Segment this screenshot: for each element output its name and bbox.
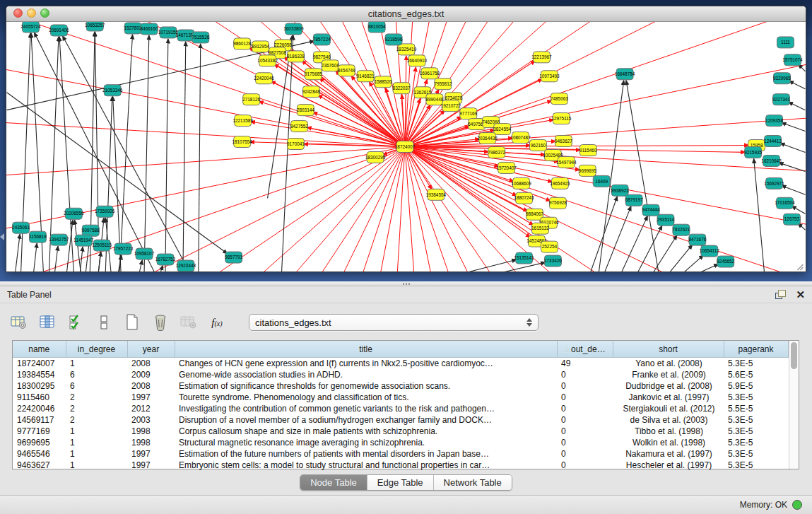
cell-name[interactable]: 9465546 bbox=[13, 448, 66, 460]
graph-node[interactable]: 9756928 bbox=[549, 197, 567, 209]
table-row[interactable]: 911546021997Tourette syndrome. Phenomeno… bbox=[13, 392, 788, 403]
graph-node[interactable]: 1209358 bbox=[765, 115, 783, 127]
cell-pagerank[interactable]: 5.3E-5 bbox=[724, 460, 788, 471]
cell-in_degree[interactable]: 1 bbox=[66, 426, 127, 437]
graph-node[interactable]: 1156819 bbox=[29, 231, 47, 243]
splitter-handle[interactable] bbox=[403, 283, 411, 285]
graph-node[interactable]: 18807243 bbox=[514, 192, 534, 204]
graph-node[interactable]: 15135141 bbox=[514, 252, 534, 264]
graph-edge[interactable] bbox=[699, 264, 719, 272]
cell-short[interactable]: Hescheler et al. (1997) bbox=[613, 460, 724, 471]
table-row[interactable]: 977716911998Corpus callosum shape and si… bbox=[13, 426, 788, 437]
graph-node[interactable]: 9227341 bbox=[772, 94, 790, 105]
graph-node[interactable]: 22420046 bbox=[254, 73, 274, 84]
graph-node[interactable]: 19384554 bbox=[426, 189, 447, 200]
graph-edge[interactable] bbox=[789, 81, 805, 88]
column-header-title[interactable]: title bbox=[175, 341, 557, 358]
cell-pagerank[interactable]: 5.3E-5 bbox=[724, 448, 788, 460]
graph-node[interactable]: 7986372 bbox=[488, 147, 505, 158]
cell-title[interactable]: Estimation of significance thresholds fo… bbox=[175, 380, 557, 392]
cell-short[interactable]: Nakamura et al. (1997) bbox=[613, 448, 724, 460]
graph-node[interactable]: 9860128 bbox=[233, 38, 251, 49]
column-header-name[interactable]: name bbox=[13, 341, 66, 358]
graph-node[interactable]: 8813054 bbox=[368, 22, 386, 33]
graph-node[interactable]: 9699695 bbox=[579, 165, 596, 176]
cell-title[interactable]: Genome-wide association studies in ADHD. bbox=[175, 369, 557, 380]
cell-year[interactable]: 2008 bbox=[127, 358, 175, 370]
graph-edge[interactable] bbox=[782, 185, 806, 194]
graph-node[interactable]: 2718126 bbox=[242, 94, 260, 105]
graph-node[interactable]: 9245652 bbox=[717, 256, 734, 267]
tab-network-table[interactable]: Network Table bbox=[434, 475, 512, 490]
resize-grip[interactable] bbox=[797, 264, 803, 270]
float-panel-icon[interactable] bbox=[775, 290, 786, 299]
table-scrollbar-thumb[interactable] bbox=[791, 342, 797, 369]
graph-edge[interactable] bbox=[16, 234, 20, 272]
graph-edge[interactable] bbox=[621, 216, 647, 272]
cell-short[interactable]: Stergiakouli et al. (2012) bbox=[613, 403, 724, 414]
graph-edge[interactable] bbox=[54, 246, 58, 272]
column-visibility-icon[interactable] bbox=[38, 313, 57, 332]
graph-node[interactable]: 9115460 bbox=[579, 145, 597, 156]
network-window-titlebar[interactable]: citations_edges.txt bbox=[6, 6, 806, 22]
cell-title[interactable]: Investigating the contribution of common… bbox=[175, 403, 557, 414]
graph-edge[interactable] bbox=[780, 143, 806, 152]
graph-node[interactable]: 8466160 bbox=[141, 23, 158, 35]
graph-node[interactable]: 12505115 bbox=[92, 240, 112, 251]
cell-pagerank[interactable]: 5.6E-5 bbox=[724, 369, 788, 380]
graph-node[interactable]: 16640910 bbox=[407, 55, 428, 66]
cell-in_degree[interactable]: 1 bbox=[66, 448, 127, 460]
graph-edge[interactable] bbox=[792, 206, 805, 214]
column-header-pagerank[interactable]: pagerank bbox=[724, 341, 788, 358]
graph-node[interactable]: 12213967 bbox=[531, 52, 552, 63]
network-canvas[interactable]: 1872400798601288912954222605898275088186… bbox=[6, 22, 806, 272]
graph-node[interactable]: 18107554 bbox=[232, 136, 252, 148]
graph-node[interactable]: 16210643 bbox=[761, 155, 782, 166]
create-column-icon[interactable] bbox=[123, 313, 141, 332]
table-selector-dropdown[interactable]: citations_edges.txt bbox=[249, 314, 539, 331]
graph-node[interactable]: 16648784 bbox=[615, 69, 635, 80]
graph-node[interactable]: 16409 bbox=[593, 175, 610, 187]
graph-node[interactable]: 13942757 bbox=[49, 234, 69, 245]
table-row[interactable]: 1456911722003Disruption of a novel membe… bbox=[13, 414, 788, 426]
graph-node[interactable]: 1588520 bbox=[375, 76, 392, 88]
graph-node[interactable]: 962160 bbox=[530, 140, 547, 151]
graph-node[interactable]: 18300295 bbox=[365, 151, 386, 163]
graph-node[interactable]: 8322037 bbox=[393, 83, 411, 94]
function-builder-icon[interactable]: f(x) bbox=[208, 313, 226, 332]
cell-short[interactable]: Jankovic et al. (1997) bbox=[613, 392, 724, 403]
graph-node[interactable]: 126753 bbox=[783, 214, 800, 225]
graph-node[interactable]: 8912954 bbox=[252, 41, 269, 52]
cell-out_de[interactable]: 0 bbox=[557, 392, 613, 403]
tab-node-table[interactable]: Node Table bbox=[300, 475, 367, 490]
close-window-button[interactable] bbox=[13, 8, 23, 18]
cell-in_degree[interactable]: 2 bbox=[66, 403, 127, 414]
graph-edge[interactable] bbox=[653, 235, 677, 272]
cell-out_de[interactable]: 0 bbox=[557, 437, 613, 448]
graph-node[interactable]: 12213589 bbox=[233, 115, 253, 127]
column-header-short[interactable]: short bbox=[613, 341, 724, 358]
graph-edge[interactable] bbox=[259, 101, 405, 146]
cell-out_de[interactable]: 0 bbox=[557, 380, 613, 392]
graph-node[interactable]: 8186328 bbox=[287, 51, 305, 62]
cell-name[interactable]: 18300295 bbox=[13, 380, 66, 392]
node-table-grid[interactable]: namein_degreeyeartitle△out_de…shortpager… bbox=[13, 341, 789, 471]
cell-out_de[interactable]: 0 bbox=[557, 369, 613, 380]
cell-out_de[interactable]: 0 bbox=[557, 448, 613, 460]
cell-short[interactable]: Franke et al. (2009) bbox=[613, 369, 724, 380]
cell-in_degree[interactable]: 1 bbox=[66, 358, 127, 370]
graph-node[interactable]: 2803144 bbox=[297, 105, 314, 116]
graph-node[interactable]: 21053346 bbox=[102, 85, 123, 96]
graph-edge[interactable] bbox=[405, 147, 553, 182]
graph-node-hub[interactable]: 18724007 bbox=[395, 141, 416, 153]
graph-edge[interactable] bbox=[119, 35, 132, 272]
graph-node[interactable]: 17957223 bbox=[113, 243, 134, 255]
cell-out_de[interactable]: 0 bbox=[557, 403, 613, 414]
graph-edge[interactable] bbox=[183, 42, 186, 272]
graph-node[interactable]: 1111 bbox=[777, 37, 794, 48]
cell-name[interactable]: 9699695 bbox=[13, 437, 66, 448]
graph-node[interactable]: 9857791 bbox=[225, 252, 242, 263]
graph-node[interactable]: 8938923 bbox=[611, 185, 629, 196]
cell-name[interactable]: 14569117 bbox=[13, 414, 66, 426]
graph-edge[interactable] bbox=[782, 123, 805, 132]
